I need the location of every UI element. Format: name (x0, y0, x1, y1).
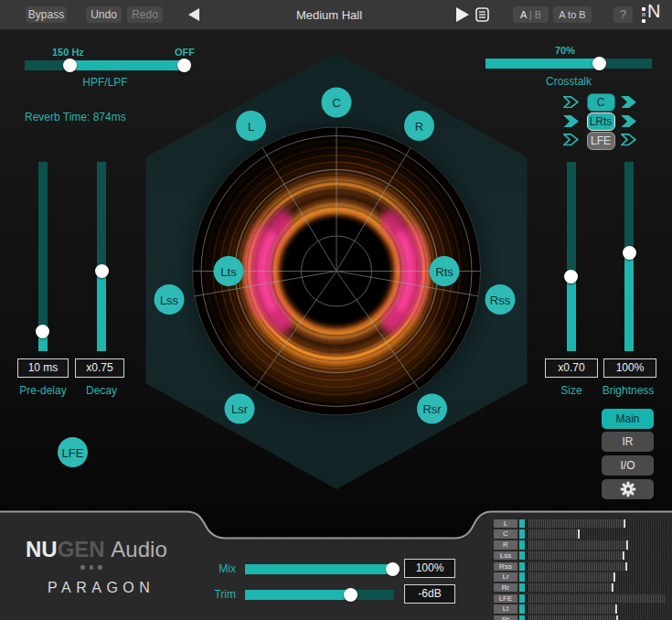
svg-text:Rss: Rss (490, 294, 511, 307)
svg-text:Rts: Rts (435, 265, 453, 279)
svg-text:Lsr: Lsr (231, 402, 249, 416)
svg-text:Lts: Lts (220, 265, 237, 279)
svg-text:Lss: Lss (160, 294, 179, 307)
svg-text:LFE: LFE (62, 446, 84, 460)
svg-text:R: R (415, 120, 423, 134)
svg-text:Rsr: Rsr (422, 402, 442, 416)
svg-text:L: L (248, 120, 254, 134)
svg-text:C: C (332, 96, 340, 110)
